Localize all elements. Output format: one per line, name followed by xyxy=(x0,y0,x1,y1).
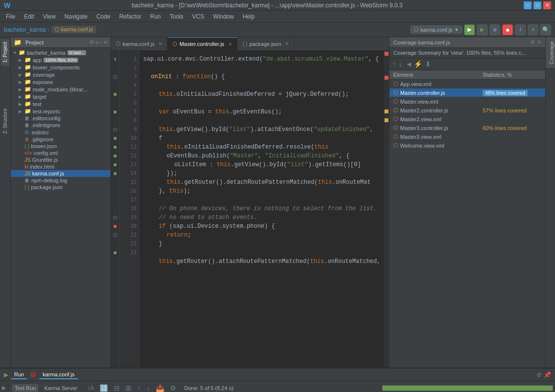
tree-item-index-html[interactable]: ▶ H index.html xyxy=(11,163,110,170)
code-content[interactable]: sap.ui.core.mvc.Controller.extend("de.ab… xyxy=(139,51,384,368)
tree-item-eslintignore[interactable]: ▶ 🗎 .eslintignore xyxy=(11,122,110,129)
tab-karma-conf[interactable]: ⬡ karma.conf.js ✕ xyxy=(111,37,168,51)
tree-item-config-xml[interactable]: ▶ </> config.xml xyxy=(11,150,110,156)
tree-item-bower[interactable]: ▶ 📁 bower_components xyxy=(11,64,110,71)
run-export-button[interactable]: 📤 xyxy=(154,383,166,392)
test-run-tab[interactable]: Test Run xyxy=(12,384,38,392)
run-header-left: ▶ Run 🐞 karma.conf.js xyxy=(4,370,533,379)
structure-panel-tab[interactable]: 2: Structure xyxy=(1,106,9,137)
run-filter-button[interactable]: ⚙ xyxy=(168,383,178,392)
search-everywhere-button[interactable]: 🔍 xyxy=(540,24,551,35)
menu-window[interactable]: Window xyxy=(209,12,238,21)
tab-close-package-json[interactable]: ✕ xyxy=(285,41,289,46)
debug-button[interactable]: ▶ xyxy=(477,24,488,35)
cov-row-master-view[interactable]: ⬡ Master.view.xml xyxy=(389,97,545,106)
tree-item-coverage[interactable]: ▶ 📁 coverage xyxy=(11,71,110,78)
coverage-col-statistics: Statistics, % xyxy=(483,72,541,78)
vcs-push-button[interactable]: ⬆ xyxy=(528,24,538,35)
coverage-nav-filter[interactable]: ⚡ xyxy=(413,59,423,69)
close-button[interactable]: ✕ xyxy=(543,1,551,9)
run-button[interactable]: ▶ xyxy=(464,24,475,35)
tree-item-package-json[interactable]: ▶ { } package.json xyxy=(11,184,110,191)
project-collapse-button[interactable]: ↑ xyxy=(100,40,103,45)
progress-bar xyxy=(383,386,553,391)
menu-edit[interactable]: Edit xyxy=(20,12,38,21)
tree-item-gitignore[interactable]: ▶ 🗎 .gitignore xyxy=(11,136,110,143)
project-panel-tab[interactable]: 1: Project xyxy=(1,39,9,65)
tab-package-json[interactable]: { } package.json ✕ xyxy=(237,37,294,51)
tree-item-target[interactable]: ▶ 📁 target xyxy=(11,93,110,100)
editor-tab-bar: ⬡ karma.conf.js ✕ ⬡ Master.controller.js… xyxy=(111,37,389,51)
cov-row-master3-controller[interactable]: ⬡ Master3.controller.js 60% lines covere… xyxy=(389,124,545,132)
tab-close-karma-conf[interactable]: ✕ xyxy=(158,41,162,46)
menu-file[interactable]: File xyxy=(2,12,19,21)
coverage-nav-prev[interactable]: ◀ xyxy=(406,60,412,68)
menu-view[interactable]: View xyxy=(39,12,60,21)
run-config-selector[interactable]: ⬡ karma.conf.js ▼ xyxy=(410,25,462,34)
tree-item-npm-debug[interactable]: ▶ 🗎 npm-debug.log xyxy=(11,177,110,184)
coverage-button[interactable]: ◉ xyxy=(490,24,500,35)
run-pin-button[interactable]: 📌 xyxy=(544,371,551,378)
tree-item-test-reports[interactable]: ▶ 📁 test-reports xyxy=(11,108,110,115)
run-settings-button[interactable]: ⚙ xyxy=(536,371,542,378)
tree-item-app[interactable]: ▶ 📁 app 100% files, 63% xyxy=(11,56,110,64)
project-panel: 📁 Project ⚙ ≡ ↑ ✕ ▼ 📁 bachelor_karma D:\… xyxy=(11,37,111,368)
menu-refactor[interactable]: Refactor xyxy=(115,12,145,21)
run-tab-run[interactable]: Run xyxy=(11,370,27,379)
cov-row-welcome-view[interactable]: ⬡ Welcome.view.xml xyxy=(389,141,545,150)
tree-item-eslintrc[interactable]: ▶ ⊙ .eslintrc xyxy=(11,129,110,136)
menu-run[interactable]: Run xyxy=(146,12,165,21)
stop-button[interactable]: ■ xyxy=(502,24,513,35)
coverage-close-button[interactable]: ✕ xyxy=(537,39,541,45)
tree-item-karma-conf[interactable]: ▶ JS karma.conf.js xyxy=(11,170,110,177)
project-panel-header: 📁 Project ⚙ ≡ ↑ ✕ xyxy=(11,37,110,48)
menu-help[interactable]: Help xyxy=(239,12,259,21)
tab-close-master-controller[interactable]: ✕ xyxy=(228,42,232,47)
project-sync-button[interactable]: ⚙ xyxy=(89,39,94,45)
menu-tools[interactable]: Tools xyxy=(166,12,187,21)
run-sort-az-button[interactable]: ↕A xyxy=(85,384,96,392)
coverage-export[interactable]: ⬇ xyxy=(424,59,432,69)
tree-item-gruntfile[interactable]: ▶ JS Gruntfile.js xyxy=(11,156,110,163)
right-side-panel: Coverage xyxy=(545,37,555,368)
menu-bar: File Edit View Navigate Code Refactor Ru… xyxy=(0,11,555,22)
tree-item-bower-json[interactable]: ▶ { } bower.json xyxy=(11,143,110,150)
editor-with-panels: ⬡ karma.conf.js ✕ ⬡ Master.controller.js… xyxy=(111,37,555,368)
menu-navigate[interactable]: Navigate xyxy=(61,12,91,21)
coverage-settings-button[interactable]: ⚙ xyxy=(530,39,535,45)
vcs-update-button[interactable]: ⬇ xyxy=(515,24,526,35)
run-prev-button[interactable]: ↑ xyxy=(135,383,143,392)
run-collapse-button[interactable]: ⊞ xyxy=(124,383,133,392)
tree-item-node-modules[interactable]: ▶ 📁 node_modules (librar... xyxy=(11,86,110,93)
run-next-button[interactable]: ↓ xyxy=(145,383,152,392)
run-file-label: karma.conf.js xyxy=(40,370,77,379)
karma-server-tab[interactable]: Karma Server xyxy=(42,385,79,392)
coverage-nav-down[interactable]: ↓ xyxy=(398,59,403,69)
breadcrumb-project[interactable]: bachelor_karma xyxy=(4,26,46,33)
run-sort-num-button[interactable]: 🔢 xyxy=(98,383,110,392)
tab-master-controller[interactable]: ⬡ Master.controller.js ✕ xyxy=(168,37,237,51)
maximize-button[interactable]: □ xyxy=(534,1,541,9)
tree-item-exposee[interactable]: ▶ 📁 exposee xyxy=(11,78,110,86)
run-expand-button[interactable]: ⊟ xyxy=(112,383,122,392)
menu-vcs[interactable]: VCS xyxy=(188,12,208,21)
left-panel-tabs: 1: Project 2: Structure xyxy=(0,37,11,368)
tree-root[interactable]: ▼ 📁 bachelor_karma D:\ws\... xyxy=(11,49,110,56)
cov-row-master2-controller[interactable]: ⬡ Master2.controller.js 57% lines covere… xyxy=(389,106,545,115)
minimize-button[interactable]: ─ xyxy=(524,1,532,9)
project-close-button[interactable]: ✕ xyxy=(103,39,107,45)
cov-row-master2-view[interactable]: ⬡ Master2.view.xml xyxy=(389,115,545,124)
cov-row-app-view[interactable]: ⬡ App.view.xml xyxy=(389,80,545,88)
cov-row-master3-view[interactable]: ⬡ Master3.view.xml xyxy=(389,132,545,141)
project-gear-button[interactable]: ≡ xyxy=(95,40,98,45)
coverage-nav-up[interactable]: ↑ xyxy=(391,59,397,69)
tree-item-editorconfig[interactable]: ▶ 🗎 .editorconfig xyxy=(11,115,110,122)
main-content: 1: Project 2: Structure 📁 Project ⚙ ≡ ↑ … xyxy=(0,37,555,368)
menu-code[interactable]: Code xyxy=(92,12,114,21)
cov-row-master-controller[interactable]: ⬡ Master.controller.js 48% lines covered xyxy=(389,88,545,97)
progress-bar-container xyxy=(382,385,553,391)
run-rerun-button[interactable]: ▶ xyxy=(2,385,6,391)
breadcrumb-file[interactable]: ⬡ karma.conf.js xyxy=(52,26,96,33)
coverage-side-tab[interactable]: Coverage xyxy=(546,37,555,69)
tree-item-test[interactable]: ▶ 📁 test xyxy=(11,100,110,108)
